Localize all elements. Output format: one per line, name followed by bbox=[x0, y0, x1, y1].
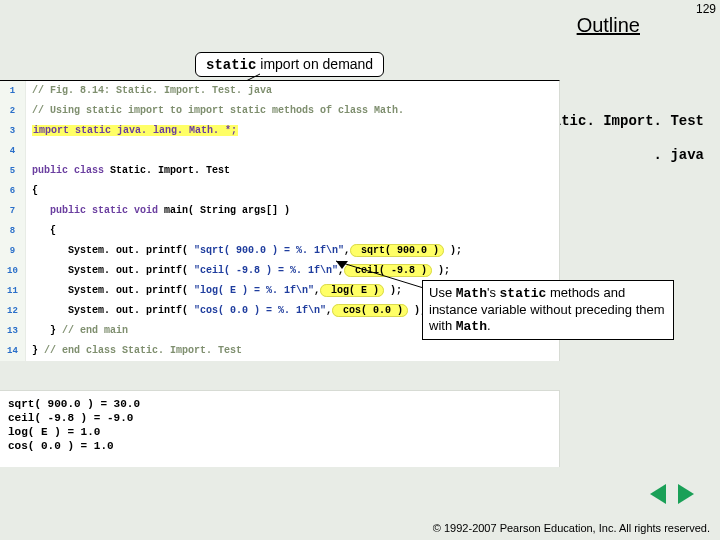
c2-end: . bbox=[487, 318, 491, 333]
line-2: // Using static import to import static … bbox=[32, 105, 404, 116]
line-7a: public static void bbox=[32, 205, 158, 216]
l11b: "log( E ) = %. 1f\n" bbox=[188, 285, 314, 296]
line-7d: args[] ) bbox=[236, 205, 290, 216]
l9e: ); bbox=[444, 245, 462, 256]
l10d: ceil( -9.8 ) bbox=[344, 264, 432, 277]
out-4: cos( 0.0 ) = 1.0 bbox=[8, 439, 551, 453]
line-5b: Static. Import. Test bbox=[104, 165, 230, 176]
l9a: System. out. printf( bbox=[32, 245, 188, 256]
l12a: System. out. printf( bbox=[32, 305, 188, 316]
line-7c: String bbox=[194, 205, 236, 216]
line-3: import static java. lang. Math. *; bbox=[32, 125, 238, 136]
kw-static: static bbox=[206, 57, 256, 73]
line-1: // Fig. 8.14: Static. Import. Test. java bbox=[32, 85, 272, 96]
out-3: log( E ) = 1.0 bbox=[8, 425, 551, 439]
copyright: © 1992-2007 Pearson Education, Inc. All … bbox=[433, 522, 710, 534]
l10a: System. out. printf( bbox=[32, 265, 188, 276]
l13b: // end main bbox=[56, 325, 128, 336]
slide: 129 Outline static import on demand Stat… bbox=[0, 0, 720, 540]
l10b: "ceil( -9.8 ) = %. 1f\n" bbox=[188, 265, 338, 276]
line-8: { bbox=[32, 225, 56, 236]
c2-math2: Math bbox=[456, 319, 487, 334]
c2-pre: Use bbox=[429, 285, 456, 300]
c2-mid1: 's bbox=[487, 285, 500, 300]
program-output: sqrt( 900.0 ) = 30.0 ceil( -9.8 ) = -9.0… bbox=[0, 390, 560, 467]
next-button[interactable] bbox=[678, 484, 694, 504]
prev-button[interactable] bbox=[650, 484, 666, 504]
line-7b: main( bbox=[158, 205, 194, 216]
callout-static-import: static import on demand bbox=[195, 52, 384, 77]
c2-math: Math bbox=[456, 286, 487, 301]
callout-top-rest: import on demand bbox=[256, 56, 373, 72]
l12b: "cos( 0.0 ) = %. 1f\n" bbox=[188, 305, 326, 316]
l14b: // end class Static. Import. Test bbox=[38, 345, 242, 356]
l9d: sqrt( 900.0 ) bbox=[350, 244, 444, 257]
line-6: { bbox=[32, 185, 38, 196]
c2-static: static bbox=[500, 286, 547, 301]
callout-math-usage: Use Math's static methods and instance v… bbox=[422, 280, 674, 340]
l11e: ); bbox=[384, 285, 402, 296]
l9b: "sqrt( 900.0 ) = %. 1f\n" bbox=[188, 245, 344, 256]
page-number: 129 bbox=[696, 2, 716, 16]
l10e: ); bbox=[432, 265, 450, 276]
nav-controls bbox=[646, 484, 698, 508]
filename-class: Static. Import. Test bbox=[536, 113, 704, 129]
l11d: log( E ) bbox=[320, 284, 384, 297]
l13a: } bbox=[32, 325, 56, 336]
l11a: System. out. printf( bbox=[32, 285, 188, 296]
outline-title: Outline bbox=[577, 14, 640, 37]
line-5a: public class bbox=[32, 165, 104, 176]
out-1: sqrt( 900.0 ) = 30.0 bbox=[8, 397, 551, 411]
filename-ext: . java bbox=[654, 147, 704, 163]
out-2: ceil( -9.8 ) = -9.0 bbox=[8, 411, 551, 425]
l12d: cos( 0.0 ) bbox=[332, 304, 408, 317]
